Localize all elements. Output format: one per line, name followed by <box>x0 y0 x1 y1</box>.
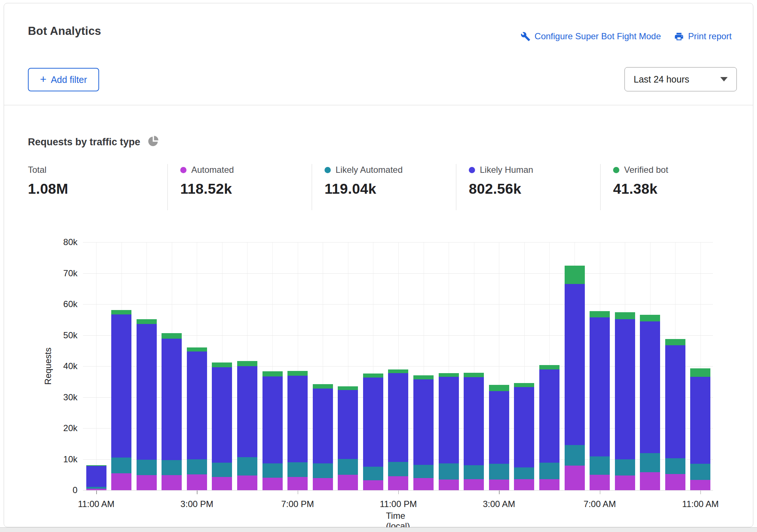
bar-segment <box>388 476 408 490</box>
bar-segment <box>413 478 434 490</box>
x-tick-mark <box>600 491 601 494</box>
bar[interactable] <box>590 311 610 490</box>
bar[interactable] <box>237 361 257 490</box>
bar[interactable] <box>287 371 308 490</box>
bar[interactable] <box>439 373 459 490</box>
bar-segment <box>363 374 383 378</box>
chevron-down-icon <box>720 77 728 81</box>
bar[interactable] <box>363 374 383 490</box>
print-link-label: Print report <box>688 31 732 41</box>
bar-segment <box>187 347 207 351</box>
bar-segment <box>539 369 559 463</box>
bar-segment <box>615 319 635 460</box>
bar-segment <box>86 489 106 490</box>
bar-segment <box>514 383 534 387</box>
y-tick-label: 20k <box>44 423 77 433</box>
bar-segment <box>338 459 358 475</box>
bar[interactable] <box>489 385 509 490</box>
bar-segment <box>162 475 182 490</box>
bar-segment <box>539 463 559 479</box>
x-tick-mark <box>197 491 198 494</box>
bar[interactable] <box>640 315 660 490</box>
bar-segment <box>439 463 459 480</box>
bar-segment <box>464 377 484 465</box>
bar[interactable] <box>539 365 559 490</box>
bar[interactable] <box>388 369 408 490</box>
print-report-link[interactable]: Print report <box>674 31 732 41</box>
stat-label: Total <box>28 165 47 175</box>
bar-segment <box>187 351 207 459</box>
bar[interactable] <box>162 333 182 490</box>
bar-segment <box>439 377 459 463</box>
bar-segment <box>439 373 459 377</box>
stat-value: 41.38k <box>613 181 668 197</box>
bar[interactable] <box>187 347 207 490</box>
bar-segment <box>565 466 585 490</box>
bar-segment <box>539 479 559 490</box>
x-tick-label: 3:00 PM <box>181 499 213 509</box>
stat-value: 118.52k <box>180 181 234 197</box>
y-tick-label: 70k <box>44 268 77 278</box>
bar[interactable] <box>111 310 131 490</box>
bar-segment <box>388 373 408 462</box>
bar[interactable] <box>86 465 106 490</box>
bar-segment <box>590 475 610 490</box>
bar[interactable] <box>464 373 484 490</box>
plus-icon: + <box>40 74 47 85</box>
bar[interactable] <box>413 375 434 490</box>
x-tick-label: 7:00 PM <box>281 499 314 509</box>
x-tick-mark <box>700 491 701 494</box>
bar[interactable] <box>338 386 358 490</box>
bar-segment <box>162 460 182 475</box>
bar[interactable] <box>313 384 333 490</box>
stat-divider <box>312 164 312 210</box>
y-axis-title: Requests <box>43 344 53 388</box>
bar-segment <box>489 385 509 391</box>
header-divider <box>4 105 753 105</box>
bar-segment <box>262 376 283 463</box>
bar-segment <box>665 474 685 490</box>
bar[interactable] <box>514 383 534 490</box>
y-tick-label: 80k <box>44 237 77 247</box>
add-filter-button[interactable]: + Add filter <box>28 68 99 91</box>
bar-segment <box>514 387 534 467</box>
bar-segment <box>137 475 157 490</box>
configure-super-bot-fight-mode-link[interactable]: Configure Super Bot Fight Mode <box>521 31 661 41</box>
bar[interactable] <box>212 362 232 490</box>
bar[interactable] <box>690 368 710 490</box>
bar-segment <box>690 464 710 480</box>
bar-segment <box>363 480 383 490</box>
time-range-dropdown[interactable]: Last 24 hours <box>624 67 737 91</box>
stat-label: Verified bot <box>624 165 668 175</box>
bar-segment <box>439 480 459 490</box>
bar-segment <box>212 367 232 462</box>
add-filter-label: Add filter <box>51 74 87 85</box>
stat-label: Automated <box>191 165 234 175</box>
stat-label: Likely Human <box>480 165 533 175</box>
bar-segment <box>590 456 610 475</box>
stat-value: 119.04k <box>325 181 403 197</box>
bar-segment <box>464 479 484 490</box>
stat-value: 1.08M <box>28 181 68 197</box>
horizontal-gridline <box>83 273 713 274</box>
stats-row: Total 1.08M Automated 118.52k Likely Aut… <box>4 164 754 210</box>
bar[interactable] <box>565 266 585 490</box>
page-bottom-strip <box>0 527 757 532</box>
bar-segment <box>363 378 383 467</box>
bar[interactable] <box>137 319 157 490</box>
bar-segment <box>690 368 710 377</box>
bar[interactable] <box>615 312 635 490</box>
bar[interactable] <box>262 371 283 490</box>
bar-segment <box>212 477 232 490</box>
page-title: Bot Analytics <box>28 25 101 38</box>
bar[interactable] <box>665 339 685 490</box>
bar-segment <box>615 475 635 490</box>
automated-dot <box>180 167 186 173</box>
bar-segment <box>212 463 232 477</box>
bar-segment <box>187 459 207 474</box>
horizontal-gridline <box>83 304 713 305</box>
bar-segment <box>162 333 182 338</box>
bar-segment <box>338 386 358 390</box>
bar-segment <box>111 458 131 473</box>
stat-verified-bot: Verified bot 41.38k <box>613 164 668 197</box>
